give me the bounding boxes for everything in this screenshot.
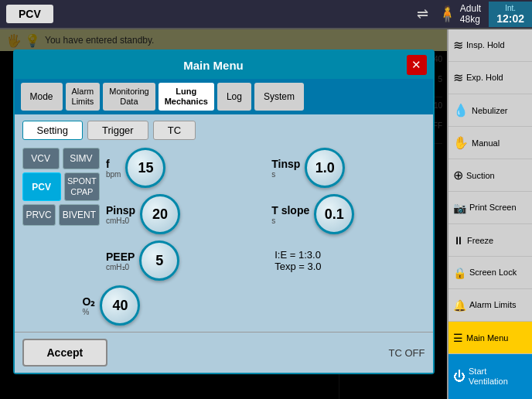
patient-icon: 🧍 (438, 5, 457, 23)
sidebar-btn-insp-hold[interactable]: ≋ Insp. Hold (448, 29, 532, 62)
mode-prvc[interactable]: PRVC (22, 204, 56, 226)
freeze-icon: ⏸ (453, 234, 464, 247)
ie-info: I:E = 1:3.0 Texp = 3.0 (271, 240, 425, 281)
tab-monitoring-data[interactable]: MonitoringData (103, 83, 155, 111)
sidebar-btn-suction[interactable]: ⊕ Suction (448, 159, 532, 192)
mode-bivent[interactable]: BIVENT (59, 204, 100, 226)
manual-label: Manual (472, 138, 500, 148)
dial-tslope[interactable]: 0.1 (314, 194, 354, 234)
print-screen-label: Print Screen (469, 203, 517, 213)
right-sidebar: ≋ Insp. Hold ≋ Exp. Hold 💧 Nebulizer ✋ M… (447, 29, 532, 399)
screen-lock-icon: 🔒 (453, 267, 466, 279)
param-f: f bpm 15 (106, 148, 259, 188)
dial-peep[interactable]: 5 (139, 240, 179, 281)
nebulizer-icon: 💧 (453, 103, 469, 118)
tab-mode[interactable]: Mode (21, 83, 63, 111)
tab-alarm-limits[interactable]: AlarmLimits (66, 83, 101, 111)
modal: Main Menu ✕ Mode AlarmLimits MonitoringD… (13, 49, 435, 374)
accept-button[interactable]: Accept (22, 339, 108, 367)
tab-system[interactable]: System (254, 83, 304, 111)
param-pinsp: Pinsp cmH₂0 20 (106, 194, 259, 234)
subtab-tc[interactable]: TC (153, 121, 196, 140)
subtab-trigger[interactable]: Trigger (87, 121, 148, 140)
modal-header: Main Menu ✕ (15, 51, 433, 79)
alarm-limits-label: Alarm Limits (469, 300, 517, 310)
param-peep: PEEP cmH₂0 5 (106, 240, 259, 281)
alarm-limits-icon: 🔔 (453, 299, 466, 312)
mode-vcv[interactable]: VCV (22, 148, 60, 169)
sidebar-btn-start-ventilation[interactable]: ⏻ Start Ventilation (448, 354, 532, 399)
sidebar-btn-freeze[interactable]: ⏸ Freeze (448, 224, 532, 257)
freeze-label: Freeze (467, 236, 493, 245)
suction-label: Suction (466, 171, 495, 180)
patient-weight: 48kg (460, 14, 481, 25)
param-tslope: T slope s 0.1 (271, 194, 425, 234)
subtab-setting[interactable]: Setting (22, 121, 83, 140)
clock: 12:02 (496, 12, 524, 25)
dial-f[interactable]: 15 (125, 148, 165, 188)
tc-off-label: TC OFF (389, 347, 425, 359)
mode-label[interactable]: PCV (6, 5, 53, 23)
main-menu-label: Main Menu (466, 333, 508, 343)
insp-hold-icon: ≋ (453, 38, 463, 53)
param-tinsp: Tinsp s 1.0 (271, 148, 425, 188)
sidebar-btn-print-screen[interactable]: 📷 Print Screen (448, 192, 532, 224)
start-ventilation-label: Start Ventilation (469, 367, 527, 387)
dial-o2[interactable]: 40 (100, 285, 140, 326)
tab-lung-mechanics[interactable]: LungMechanics (159, 83, 214, 111)
manual-icon: ✋ (453, 135, 469, 150)
mode-simv[interactable]: SIMV (63, 148, 100, 169)
mode-spont-cpap[interactable]: SPONTCPAP (64, 172, 100, 200)
start-ventilation-icon: ⏻ (453, 370, 466, 384)
exp-hold-label: Exp. Hold (466, 73, 503, 83)
sidebar-btn-alarm-limits[interactable]: 🔔 Alarm Limits (448, 289, 532, 322)
dial-tinsp[interactable]: 1.0 (305, 148, 345, 188)
insp-hold-label: Insp. Hold (466, 40, 505, 50)
patient-type: Adult (460, 3, 481, 14)
screen-lock-label: Screen Lock (469, 268, 517, 278)
usb-icon: ⇌ (417, 5, 428, 22)
suction-icon: ⊕ (453, 168, 463, 182)
sidebar-btn-manual[interactable]: ✋ Manual (448, 127, 532, 159)
nebulizer-label: Nebulizer (472, 106, 507, 115)
sidebar-btn-screen-lock[interactable]: 🔒 Screen Lock (448, 257, 532, 289)
modal-close-button[interactable]: ✕ (407, 55, 427, 75)
sidebar-btn-exp-hold[interactable]: ≋ Exp. Hold (448, 62, 532, 94)
print-screen-icon: 📷 (453, 202, 466, 214)
int-label: Int. (505, 4, 516, 12)
modal-overlay: Main Menu ✕ Mode AlarmLimits MonitoringD… (0, 29, 447, 399)
main-menu-icon: ☰ (453, 332, 463, 344)
dial-pinsp[interactable]: 20 (140, 194, 180, 234)
sidebar-btn-nebulizer[interactable]: 💧 Nebulizer (448, 94, 532, 127)
tab-log[interactable]: Log (217, 83, 251, 111)
exp-hold-icon: ≋ (453, 70, 463, 85)
mode-pcv[interactable]: PCV (22, 172, 61, 200)
sidebar-btn-main-menu[interactable]: ☰ Main Menu (448, 322, 532, 354)
modal-title: Main Menu (21, 59, 407, 72)
